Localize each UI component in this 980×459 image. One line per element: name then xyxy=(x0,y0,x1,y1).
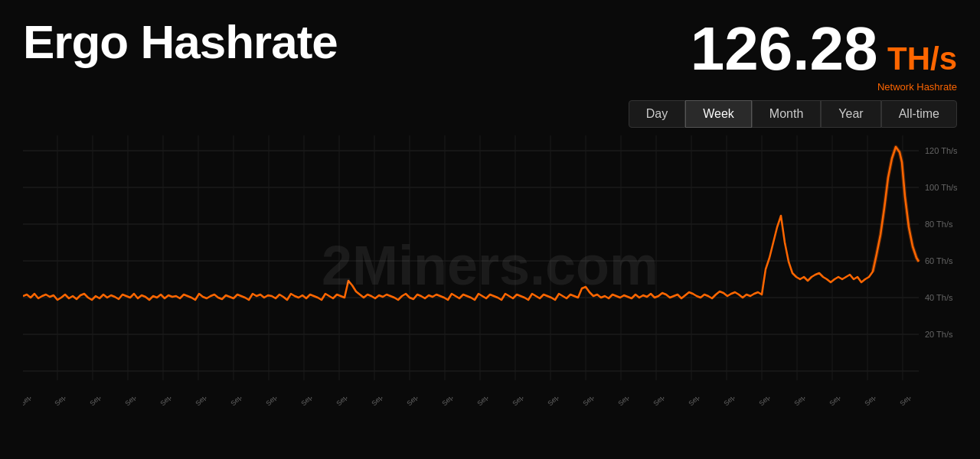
hashrate-display: 126.28 TH/s Network Hashrate xyxy=(691,18,957,93)
svg-text:Sep 12, 12:00: Sep 12, 12:00 xyxy=(511,397,547,407)
tab-year[interactable]: Year xyxy=(821,100,880,128)
svg-text:60 Th/s: 60 Th/s xyxy=(925,256,953,265)
time-selector: Day Week Month Year All-time xyxy=(0,100,980,135)
svg-text:100 Th/s: 100 Th/s xyxy=(925,183,957,192)
svg-text:Sep 10, 18:00: Sep 10, 18:00 xyxy=(299,397,335,407)
hashrate-label: Network Hashrate xyxy=(691,81,957,93)
svg-text:40 Th/s: 40 Th/s xyxy=(925,293,953,302)
svg-text:Sep 09, 00:00: Sep 09, 00:00 xyxy=(53,397,89,407)
svg-text:Sep 13, 06:00: Sep 13, 06:00 xyxy=(616,397,652,407)
svg-text:Sep 09, 12:00: Sep 09, 12:00 xyxy=(123,397,159,407)
svg-text:Sep 08, 18:00: Sep 08, 18:00 xyxy=(23,397,54,407)
svg-text:120 Th/s: 120 Th/s xyxy=(925,146,957,155)
svg-text:Sep 11, 06:00: Sep 11, 06:00 xyxy=(370,397,406,407)
svg-text:Sep 11, 00:00: Sep 11, 00:00 xyxy=(335,397,371,407)
svg-text:Sep 13, 00:00: Sep 13, 00:00 xyxy=(581,397,617,407)
svg-text:Sep 12, 06:00: Sep 12, 06:00 xyxy=(475,397,511,407)
page-container: Ergo Hashrate 126.28 TH/s Network Hashra… xyxy=(0,0,980,459)
svg-text:Sep 12, 18:00: Sep 12, 18:00 xyxy=(546,397,582,407)
page-title: Ergo Hashrate xyxy=(23,18,338,66)
svg-text:Sep 14, 00:00: Sep 14, 00:00 xyxy=(722,397,758,407)
svg-text:Sep 15, 00:00: Sep 15, 00:00 xyxy=(863,397,899,407)
tab-month[interactable]: Month xyxy=(752,100,821,128)
hashrate-unit: TH/s xyxy=(887,41,957,76)
chart-line xyxy=(23,147,919,300)
svg-text:Sep 14, 06:00: Sep 14, 06:00 xyxy=(757,397,793,407)
svg-text:Sep 11, 12:00: Sep 11, 12:00 xyxy=(405,397,441,407)
chart-area: 2Miners.com xyxy=(23,135,957,396)
svg-text:Sep 10, 12:00: Sep 10, 12:00 xyxy=(264,397,300,407)
svg-text:Sep 12, 00:00: Sep 12, 00:00 xyxy=(440,397,476,407)
tab-week[interactable]: Week xyxy=(685,100,752,128)
svg-text:80 Th/s: 80 Th/s xyxy=(925,220,953,229)
svg-text:20 Th/s: 20 Th/s xyxy=(925,330,953,339)
svg-text:Sep 14, 18:00: Sep 14, 18:00 xyxy=(828,397,864,407)
svg-text:Sep 15, 06:00: Sep 15, 06:00 xyxy=(898,397,934,407)
svg-text:Sep 14, 12:00: Sep 14, 12:00 xyxy=(792,397,828,407)
hashrate-value: 126.28 xyxy=(691,15,878,83)
header: Ergo Hashrate 126.28 TH/s Network Hashra… xyxy=(0,0,980,100)
chart-svg: 120 Th/s 100 Th/s 80 Th/s 60 Th/s 40 Th/… xyxy=(23,135,957,396)
svg-text:Sep 13, 12:00: Sep 13, 12:00 xyxy=(652,397,688,407)
svg-text:Sep 09, 06:00: Sep 09, 06:00 xyxy=(88,397,124,407)
svg-text:Sep 13, 18:00: Sep 13, 18:00 xyxy=(687,397,723,407)
tab-day[interactable]: Day xyxy=(629,100,685,128)
svg-text:Sep 09, 18:00: Sep 09, 18:00 xyxy=(158,397,194,407)
tab-alltime[interactable]: All-time xyxy=(881,100,957,128)
svg-text:Sep 10, 00:00: Sep 10, 00:00 xyxy=(194,397,230,407)
svg-text:Sep 10, 06:00: Sep 10, 06:00 xyxy=(229,397,265,407)
x-labels-svg: Sep 08, 18:00 Sep 09, 00:00 Sep 09, 06:0… xyxy=(23,397,957,431)
x-axis-labels: Sep 08, 18:00 Sep 09, 00:00 Sep 09, 06:0… xyxy=(23,397,957,431)
